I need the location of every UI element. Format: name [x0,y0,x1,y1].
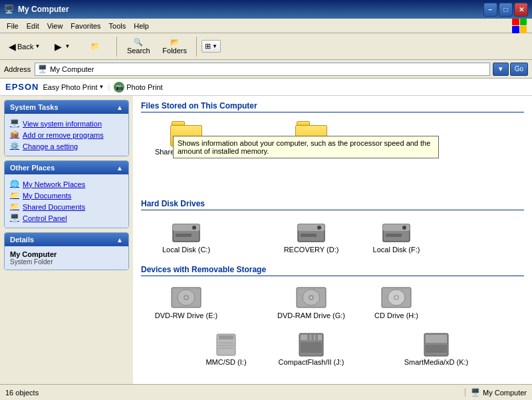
menu-view[interactable]: View [43,21,67,31]
system-tasks-chevron: ▲ [116,104,123,111]
control-panel-label: Control Panel [23,214,67,222]
window-title: My Computer [18,5,483,14]
address-dropdown-button[interactable]: ▼ [493,63,509,76]
shared-documents-label: Shared Documents [23,203,85,211]
svg-rect-27 [219,345,233,346]
folders-label: Folders [162,47,187,55]
mmc-sd-i-icon [210,331,242,357]
svg-rect-36 [426,335,447,343]
other-places-section: Other Places ▲ 🌐 My Network Places 📁 My … [4,160,129,228]
address-field[interactable]: 🖥️ My Computer [35,63,489,76]
svg-point-15 [186,297,188,299]
local-disk-c-item[interactable]: Local Disk (C:) [146,216,226,257]
details-section: Details ▲ My Computer System Folder [4,232,129,270]
recovery-d-item[interactable]: RECOVERY (D:) [271,216,351,257]
svg-rect-26 [219,342,233,343]
my-documents-icon: 📁 [10,191,19,200]
windows-logo [512,19,527,33]
search-button[interactable]: 🔍 Search [122,36,155,57]
svg-rect-34 [301,342,322,353]
dvd-rw-e-item[interactable]: DVD-RW Drive (E:) [146,282,226,323]
close-button[interactable]: ✕ [514,3,528,17]
up-button[interactable]: 📁 [78,40,112,53]
details-subtitle: System Folder [10,258,123,266]
easy-photo-print-label: Easy Photo Print [43,83,98,91]
change-setting-icon: ⚙️ [10,142,19,150]
sidebar-item-my-documents[interactable]: 📁 My Documents [10,190,123,201]
dvd-ram-g-item[interactable]: DVD-RAM Drive (G:) [271,282,351,323]
cd-h-icon [380,285,412,310]
forward-arrow-icon: ▶ [55,41,62,52]
back-label: Back [17,43,33,51]
sidebar-item-control-panel[interactable]: 🖥️ Control Panel [10,212,123,224]
local-disk-c-icon [170,219,202,244]
forward-dropdown-icon: ▼ [65,43,70,49]
mmc-sd-i-label: MMC/SD (I:) [205,358,246,366]
system-tasks-header[interactable]: System Tasks ▲ [5,100,128,114]
toolbar: ◀ Back ▼ ▶ ▼ 📁 🔍 Search 📂 Folders ⊞ ▼ [0,33,532,60]
window-controls: − □ ✕ [483,3,528,17]
maximize-button[interactable]: □ [499,3,513,17]
cd-h-item[interactable]: CD Drive (H:) [356,282,436,323]
svg-rect-31 [307,335,310,340]
my-documents-label: My Documents [23,192,71,200]
details-title: My Computer [10,250,123,258]
menu-edit[interactable]: Edit [23,21,43,31]
tooltip-text: Shows information about your computer, s… [178,139,430,155]
other-places-content: 🌐 My Network Places 📁 My Documents 📁 Sha… [5,174,128,228]
window-icon: 🖥️ [4,5,14,14]
status-location-label: My Computer [483,389,527,397]
other-places-label: Other Places [10,164,55,172]
forward-button[interactable]: ▶ ▼ [49,38,76,55]
removable-section-header: Devices with Removable Storage [141,265,524,276]
details-chevron: ▲ [116,236,123,244]
address-folder-icon: 🖥️ [38,65,47,73]
back-arrow-icon: ◀ [9,41,16,52]
mmc-sd-i-item[interactable]: MMC/SD (I:) [186,328,266,369]
sidebar-item-view-system-info[interactable]: 🖥️ View system information [10,118,123,129]
details-header[interactable]: Details ▲ [5,233,128,246]
sidebar-item-add-remove-programs[interactable]: 📦 Add or remove programs [10,129,123,140]
cf-j-label: CompactFlash/II (J:) [278,358,344,366]
sm-k-label: SmartMedia/xD (K:) [404,358,469,366]
sidebar-item-network[interactable]: 🌐 My Network Places [10,178,123,190]
recovery-d-label: RECOVERY (D:) [284,246,339,254]
recovery-d-icon [295,219,327,244]
local-disk-f-item[interactable]: Local Disk (F:) [356,216,436,257]
sm-k-icon [420,331,452,357]
address-go-button[interactable]: Go [510,63,528,76]
minimize-button[interactable]: − [483,3,497,17]
address-label: Address [4,65,31,73]
dvd-rw-e-label: DVD-RW Drive (E:) [155,311,218,319]
folders-button[interactable]: 📂 Folders [158,36,192,57]
views-icon: ⊞ [205,42,211,51]
epson-photo-print-button[interactable]: Easy Photo Print ▼ [43,83,104,91]
back-button[interactable]: ◀ Back ▼ [3,38,46,55]
cf-j-item[interactable]: CompactFlash/II (J:) [271,328,351,369]
other-places-header[interactable]: Other Places ▲ [5,161,128,174]
views-dropdown-icon: ▼ [212,43,217,49]
control-panel-icon: 🖥️ [10,214,19,222]
menu-tools[interactable]: Tools [105,21,130,31]
content-area: Files Stored on This Computer Shared Doc… [133,96,532,384]
svg-rect-33 [315,335,318,340]
svg-rect-37 [426,345,447,353]
add-remove-programs-label: Add or remove programs [23,131,104,139]
sidebar-item-change-setting[interactable]: ⚙️ Change a setting [10,140,123,152]
menu-help[interactable]: Help [130,21,153,31]
sidebar-item-shared-documents[interactable]: 📁 Shared Documents [10,201,123,212]
sm-k-item[interactable]: SmartMedia/xD (K:) [396,328,476,369]
hdd-grid: Local Disk (C:) RECOVERY (D:) Lo [141,216,524,257]
add-remove-programs-icon: 📦 [10,130,19,139]
folders-icon: 📂 [170,38,180,47]
address-bar: Address 🖥️ My Computer ▼ Go [0,60,532,79]
views-button[interactable]: ⊞ ▼ [201,40,221,53]
menu-favorites[interactable]: Favorites [66,21,104,31]
menu-file[interactable]: File [3,21,23,31]
epson-bar: EPSON Easy Photo Print ▼ | 📷 Photo Print [0,79,532,96]
up-icon: 📁 [90,42,100,51]
photo-print-button[interactable]: 📷 Photo Print [114,82,162,93]
menu-bar: File Edit View Favorites Tools Help [0,19,532,33]
epson-separator: | [108,83,110,91]
status-count: 16 objects [5,389,465,397]
